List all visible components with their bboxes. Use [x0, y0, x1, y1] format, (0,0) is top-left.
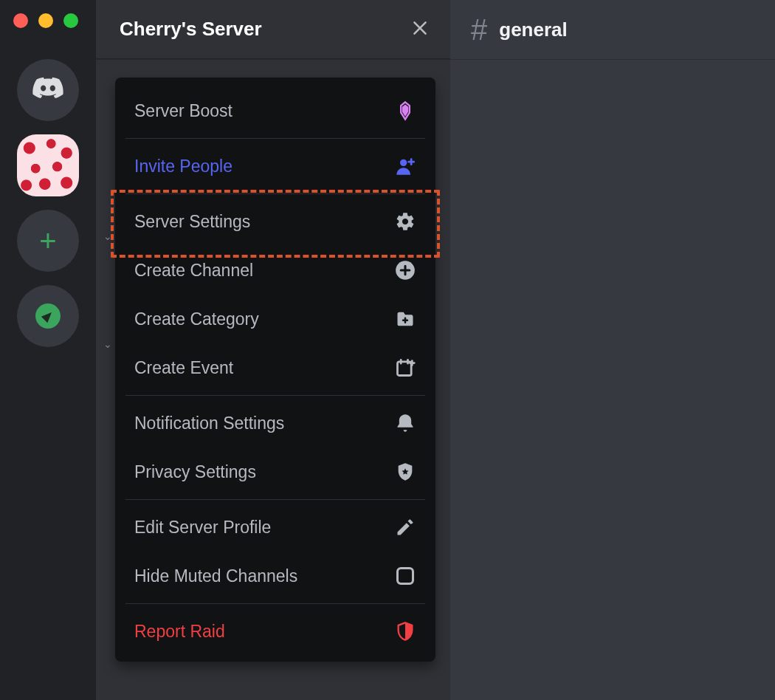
bell-icon — [394, 412, 416, 434]
menu-divider — [125, 395, 425, 396]
menu-item-label: Report Raid — [134, 622, 225, 642]
menu-notification-settings[interactable]: Notification Settings — [115, 399, 435, 447]
menu-create-channel[interactable]: Create Channel — [115, 246, 435, 295]
main-content: # general — [450, 0, 775, 700]
menu-server-boost[interactable]: Server Boost — [115, 86, 435, 135]
menu-item-label: Server Boost — [134, 101, 232, 121]
window-close-button[interactable] — [13, 13, 28, 28]
channel-name: general — [499, 18, 568, 41]
menu-item-label: Privacy Settings — [134, 462, 256, 482]
menu-item-label: Hide Muted Channels — [134, 566, 297, 586]
explore-servers-button[interactable] — [17, 285, 79, 347]
plus-icon: + — [39, 226, 56, 255]
server-avatar — [17, 134, 79, 196]
server-rail: + — [0, 0, 96, 700]
boost-icon — [394, 100, 416, 122]
menu-item-label: Create Category — [134, 309, 259, 329]
menu-create-category[interactable]: Create Category — [115, 295, 435, 343]
menu-divider — [125, 193, 425, 194]
menu-item-label: Server Settings — [134, 212, 250, 232]
menu-invite-people[interactable]: Invite People — [115, 142, 435, 191]
gear-icon — [394, 210, 416, 233]
checkbox-icon — [394, 565, 416, 587]
menu-divider — [125, 499, 425, 500]
menu-item-label: Invite People — [134, 157, 232, 176]
compass-icon — [35, 303, 61, 329]
shield-alert-icon — [394, 620, 416, 642]
category-collapse-chevron[interactable]: ⌄ — [103, 230, 112, 242]
menu-item-label: Create Channel — [134, 261, 253, 281]
discord-logo-icon — [31, 73, 65, 107]
svg-rect-2 — [398, 362, 412, 376]
menu-server-settings[interactable]: Server Settings — [115, 197, 435, 246]
category-collapse-chevron[interactable]: ⌄ — [103, 338, 112, 350]
pencil-icon — [394, 516, 416, 538]
menu-edit-server-profile[interactable]: Edit Server Profile — [115, 503, 435, 552]
window-minimize-button[interactable] — [38, 13, 53, 28]
menu-item-label: Edit Server Profile — [134, 518, 271, 538]
server-menu-dropdown: Server Boost Invite People Server Settin… — [115, 78, 435, 662]
window-zoom-button[interactable] — [63, 13, 78, 28]
invite-icon — [394, 155, 416, 177]
plus-circle-icon — [394, 259, 416, 281]
svg-point-0 — [400, 159, 407, 166]
menu-hide-muted-channels[interactable]: Hide Muted Channels — [115, 552, 435, 600]
menu-create-event[interactable]: Create Event — [115, 343, 435, 392]
calendar-plus-icon — [394, 357, 416, 379]
menu-privacy-settings[interactable]: Privacy Settings — [115, 447, 435, 496]
shield-star-icon — [394, 461, 416, 483]
window-traffic-lights — [13, 13, 78, 28]
svg-rect-3 — [398, 569, 413, 584]
menu-report-raid[interactable]: Report Raid — [115, 607, 435, 656]
folder-plus-icon — [394, 308, 416, 330]
hash-icon: # — [471, 13, 487, 47]
channel-header: # general — [450, 0, 775, 59]
server-cherrys-server[interactable] — [17, 134, 79, 196]
home-button[interactable] — [17, 59, 79, 121]
menu-divider — [125, 603, 425, 604]
menu-item-label: Notification Settings — [134, 414, 284, 433]
menu-item-label: Create Event — [134, 358, 233, 378]
menu-divider — [125, 138, 425, 139]
channel-sidebar: Cherry's Server ⌄ ⌄ Server Boost Invite … — [96, 0, 450, 700]
server-title: Cherry's Server — [120, 18, 262, 41]
add-server-button[interactable]: + — [17, 210, 79, 272]
close-icon[interactable] — [410, 18, 430, 41]
server-header[interactable]: Cherry's Server — [96, 0, 450, 59]
